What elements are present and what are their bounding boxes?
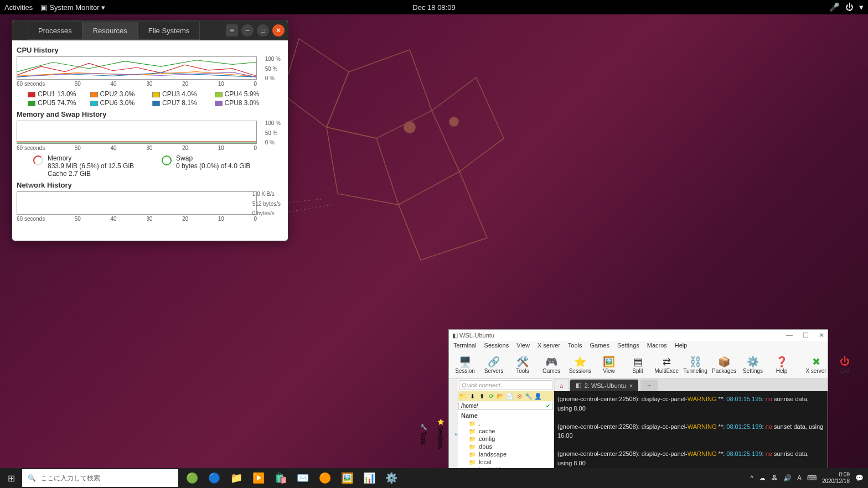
menu-sessions[interactable]: Sessions: [484, 342, 509, 350]
tab-home[interactable]: ⌂: [555, 380, 568, 391]
tab-processes[interactable]: Processes: [28, 22, 82, 40]
tab-filesystems[interactable]: File Systems: [138, 22, 200, 40]
file-tree: Name ...cache.config.dbus.landscape.loca…: [458, 411, 554, 475]
tb-packages[interactable]: 📦Packages: [712, 356, 736, 374]
svg-marker-0: [282, 39, 349, 127]
tree-item[interactable]: .local: [461, 458, 550, 466]
ubuntu-icon[interactable]: 🟠: [314, 468, 335, 488]
maximize-button[interactable]: □: [257, 24, 269, 37]
menu-help[interactable]: Help: [675, 342, 688, 350]
youtube-icon[interactable]: ▶️: [248, 468, 269, 488]
sftp-toolbar: 📁 ⬇ ⬆ ⟳ 📂 📄 ⊘ 🔧 👤: [458, 391, 554, 401]
tray-keyboard-icon[interactable]: ⌨: [807, 474, 817, 482]
tb-settings[interactable]: ⚙️Settings: [741, 356, 764, 374]
close-icon[interactable]: ×: [629, 382, 633, 389]
menu-terminal[interactable]: Terminal: [453, 342, 477, 350]
tb-exit[interactable]: ⏻Exit: [833, 356, 856, 374]
task-icon[interactable]: 📊: [359, 468, 380, 488]
tray-ime[interactable]: A: [797, 474, 802, 482]
swap-info: Swap0 bytes (0.0%) of 4.0 GiB: [162, 154, 250, 178]
power-icon[interactable]: ⏻: [845, 2, 854, 12]
folder-icon[interactable]: 📁: [459, 392, 467, 400]
svg-marker-3: [327, 127, 399, 205]
tb-multiexec[interactable]: ⇄MultiExec: [655, 356, 678, 374]
tb-servers[interactable]: 🔗Servers: [482, 356, 505, 374]
app-menu[interactable]: ▣ System Monitor ▾: [40, 3, 105, 12]
tree-item[interactable]: .cache: [461, 427, 550, 435]
net-history-title: Network History: [17, 181, 283, 189]
minimize-button[interactable]: –: [241, 24, 254, 37]
minimize-button[interactable]: —: [786, 331, 793, 339]
new-tab-button[interactable]: ＋: [640, 380, 658, 391]
refresh-icon[interactable]: ⟳: [487, 392, 495, 400]
titlebar[interactable]: Processes Resources File Systems ≡ – □ ✕: [12, 20, 288, 40]
hamburger-icon[interactable]: ≡: [226, 24, 238, 37]
tree-item[interactable]: .dbus: [461, 443, 550, 450]
moba-app-icon: ◧: [452, 332, 458, 339]
chevron-down-icon[interactable]: ▾: [859, 2, 864, 12]
tb-split[interactable]: ▤Split: [626, 356, 649, 374]
quick-connect-input[interactable]: Quick connect...: [459, 380, 552, 390]
path-input[interactable]: /home/ ✔: [458, 402, 553, 410]
newfile-icon[interactable]: 📄: [506, 392, 514, 400]
close-button[interactable]: ✕: [819, 331, 824, 339]
start-button[interactable]: ⊞: [0, 468, 22, 488]
sidebar-tab-tools[interactable]: 🔧 Tools: [420, 423, 426, 444]
cpu-legend-item: CPU4 5.9%: [215, 90, 273, 98]
store-icon[interactable]: 🛍️: [270, 468, 291, 488]
activities-button[interactable]: Activities: [4, 3, 33, 12]
cpu-history-title: CPU History: [17, 46, 283, 54]
tb-xserver[interactable]: ✖X server: [804, 356, 828, 374]
search-icon[interactable]: 👤: [534, 392, 542, 400]
upload-icon[interactable]: ⬆: [478, 392, 485, 400]
close-button[interactable]: ✕: [272, 24, 285, 37]
tool-icon[interactable]: 🔧: [525, 392, 533, 400]
search-input[interactable]: 🔍 ここに入力して検索: [22, 469, 178, 487]
menu-settings[interactable]: Settings: [617, 342, 639, 350]
menu-games[interactable]: Games: [590, 342, 609, 350]
clock[interactable]: Dec 18 08:09: [412, 3, 455, 12]
sidebar-tab-sessions[interactable]: ⭐ Sessions: [437, 418, 443, 449]
moba-titlebar[interactable]: ◧ WSL-Ubuntu — ☐ ✕: [449, 330, 828, 341]
tab-wsl[interactable]: ◧ 2. WSL-Ubuntu ×: [570, 380, 639, 391]
tb-games[interactable]: 🎮Games: [540, 356, 563, 374]
monitor-icon[interactable]: 🖼️: [337, 468, 358, 488]
cpu-legend-item: CPU2 3.0%: [90, 90, 148, 98]
edge-icon[interactable]: 🔵: [204, 468, 225, 488]
menu-tools[interactable]: Tools: [568, 342, 582, 350]
tb-view[interactable]: 🖼️View: [597, 356, 621, 374]
menu-view[interactable]: View: [516, 342, 530, 350]
mail-icon[interactable]: ✉️: [292, 468, 313, 488]
tb-session[interactable]: 🖥️Session: [453, 356, 477, 374]
tb-sessions[interactable]: ⭐Sessions: [569, 356, 592, 374]
tray-onedrive-icon[interactable]: ☁: [759, 474, 766, 482]
tray-network-icon[interactable]: 🖧: [771, 474, 778, 482]
tree-item[interactable]: ..: [461, 419, 550, 427]
tray-volume-icon[interactable]: 🔊: [783, 474, 792, 482]
tree-item[interactable]: .landscape: [461, 450, 550, 458]
tray-notifications-icon[interactable]: 💬: [855, 474, 864, 482]
net-chart: 1.0 KiB/s512 bytes/s0 bytes/s: [17, 191, 257, 215]
settings-icon[interactable]: ⚙️: [381, 468, 402, 488]
menu-macros[interactable]: Macros: [647, 342, 667, 350]
menu-xserver[interactable]: X server: [538, 342, 560, 350]
tray-clock[interactable]: 8:092020/12/18: [822, 471, 850, 485]
newfolder-icon[interactable]: 📂: [497, 392, 504, 400]
windows-taskbar: ⊞ 🔍 ここに入力して検索 🟢 🔵 📁 ▶️ 🛍️ ✉️ 🟠 🖼️ 📊 ⚙️ ^…: [0, 468, 868, 488]
tb-help[interactable]: ❓Help: [770, 356, 793, 374]
chrome-icon[interactable]: 🟢: [182, 468, 203, 488]
download-icon[interactable]: ⬇: [468, 392, 476, 400]
cpu-legend-item: CPU3 4.0%: [152, 90, 210, 98]
tree-header[interactable]: Name: [461, 412, 550, 419]
tb-tools[interactable]: 🛠️Tools: [511, 356, 534, 374]
tree-item[interactable]: .config: [461, 435, 550, 443]
gnome-topbar: Activities ▣ System Monitor ▾ Dec 18 08:…: [0, 0, 868, 14]
tray-chevron-icon[interactable]: ^: [750, 474, 753, 482]
tb-tunneling[interactable]: ⛓️Tunneling: [684, 356, 707, 374]
mic-icon[interactable]: 🎤: [829, 2, 840, 12]
maximize-button[interactable]: ☐: [803, 331, 809, 339]
explorer-icon[interactable]: 📁: [226, 468, 247, 488]
terminal-output[interactable]: (gnome-control-center:22508): display-cc…: [554, 391, 828, 472]
delete-icon[interactable]: ⊘: [515, 392, 523, 400]
tab-resources[interactable]: Resources: [82, 22, 138, 40]
